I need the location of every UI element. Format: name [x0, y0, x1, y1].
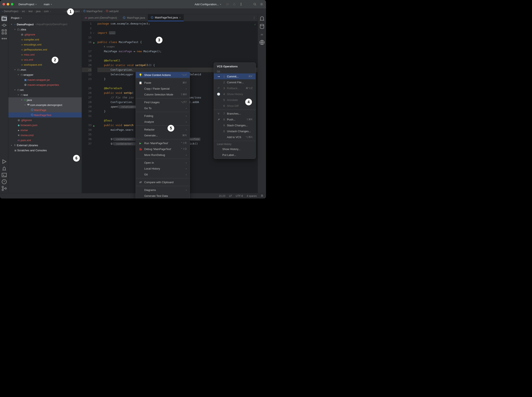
tree-file[interactable]: ⊘.gitignore: [8, 32, 82, 37]
breadcrumb-item[interactable]: test: [29, 10, 32, 13]
menu-more-run-debug[interactable]: More Run/Debug›: [136, 152, 190, 158]
menu-generate[interactable]: Generate...⌘N: [136, 132, 190, 138]
structure-tool-button[interactable]: [1, 29, 7, 35]
vcs-stash[interactable]: 9Stash Changes...: [214, 122, 256, 128]
project-selector[interactable]: DemoProject ▾: [17, 2, 38, 7]
search-icon[interactable]: [253, 2, 257, 6]
vcs-push[interactable]: ↗8Push...⇧⌘K: [214, 117, 256, 122]
file-encoding[interactable]: UTF-8: [236, 194, 243, 198]
vcs-branches[interactable]: ⑂7Branches...: [214, 111, 256, 117]
maximize-window[interactable]: [11, 3, 13, 6]
more-actions[interactable]: [239, 2, 243, 6]
bulb-icon: 💡: [139, 74, 142, 77]
database-icon[interactable]: [259, 24, 265, 29]
menu-diagrams[interactable]: Diagrams›: [136, 187, 190, 193]
tree-file[interactable]: ▣maven-wrapper.jar: [8, 77, 82, 82]
breadcrumb-item[interactable]: ▫DemoProject: [2, 10, 19, 13]
tree-package[interactable]: ▾◚com.example.demoproject: [8, 102, 82, 107]
tree-file[interactable]: ▸mvnw: [8, 128, 82, 133]
tree-folder[interactable]: ▾🗀test: [8, 92, 82, 97]
tree-folder[interactable]: ▾🗀src: [8, 87, 82, 92]
tree-file[interactable]: ‹›misc.xml: [8, 52, 82, 57]
editor-tab[interactable]: ⒸMainPageTest.java×: [148, 14, 184, 21]
debug-button[interactable]: [232, 2, 236, 6]
vcs-rollback[interactable]: ↶3Rollback...⌘⌥Z: [214, 85, 256, 91]
maven-icon[interactable]: m: [259, 31, 265, 37]
vcs-commit[interactable]: ⊸1Commit...⌘K: [214, 74, 256, 79]
build-tool-button[interactable]: [1, 165, 7, 171]
editor-tab[interactable]: ⒸMainPage.java: [120, 14, 148, 21]
tree-class[interactable]: ⒸMainPage: [8, 107, 82, 112]
tree-file[interactable]: ‹›workspace.xml: [8, 62, 82, 67]
menu-open-in[interactable]: Open In›: [136, 160, 190, 166]
line-separator[interactable]: LF: [229, 194, 232, 198]
menu-paste[interactable]: 📋Paste⌘V: [136, 80, 190, 86]
inspection-ok-icon[interactable]: ✓: [254, 22, 256, 27]
tree-file[interactable]: mpom.xml: [8, 138, 82, 143]
project-tool-button[interactable]: [1, 16, 7, 21]
menu-find-usages[interactable]: Find Usages⌥F7: [136, 99, 190, 105]
panel-header[interactable]: Project ▾: [8, 14, 82, 21]
close-tab-icon[interactable]: ×: [179, 16, 181, 19]
menu-debug[interactable]: 🐞Debug 'MainPageTest'⌃⇧D: [136, 146, 190, 152]
menu-compare-clipboard[interactable]: ⇄Compare with Clipboard: [136, 179, 190, 185]
vcs-add[interactable]: Add to VCS⌥⌘A: [214, 134, 256, 140]
menu-refactor[interactable]: Refactor›: [136, 127, 190, 132]
menu-local-history[interactable]: Local History›: [136, 166, 190, 171]
tree-file[interactable]: ‹›encodings.xml: [8, 42, 82, 47]
breadcrumb-item[interactable]: src: [22, 10, 25, 13]
menu-column-selection[interactable]: Column Selection Mode⇧⌘8: [136, 92, 190, 97]
run-button[interactable]: [226, 2, 230, 6]
tree-scratches[interactable]: ≣Scratches and Consoles: [8, 148, 82, 153]
tree-file[interactable]: ‹›vcs.xml: [8, 57, 82, 62]
tree-file[interactable]: ⊘.gitignore: [8, 118, 82, 123]
run-config-selector[interactable]: Add Configuration... ▾: [193, 2, 223, 7]
tree-file[interactable]: ‹›compiler.xml: [8, 37, 82, 42]
breadcrumb-item[interactable]: com: [44, 10, 49, 13]
run-tool-button[interactable]: [1, 159, 7, 165]
menu-git[interactable]: Git›: [136, 171, 190, 177]
settings-icon[interactable]: [260, 2, 263, 6]
menu-analyze[interactable]: Analyze›: [136, 119, 190, 125]
vcs-local-history[interactable]: Show History...: [214, 146, 256, 152]
menu-generate-test-data[interactable]: Generate Test Data: [136, 193, 190, 198]
readonly-lock-icon[interactable]: [261, 194, 263, 198]
tree-folder[interactable]: ▾🗀.mvn: [8, 67, 82, 72]
minimize-window[interactable]: [7, 3, 9, 6]
problems-tool-button[interactable]: [1, 179, 7, 185]
notifications-icon[interactable]: [259, 16, 265, 21]
more-tools-button[interactable]: [1, 36, 7, 42]
web-preview-icon[interactable]: [259, 39, 265, 45]
tree-class[interactable]: ⒸMainPageTest: [8, 112, 82, 118]
breadcrumb-item[interactable]: Ⓒ MainPageTest: [83, 9, 102, 13]
terminal-tool-button[interactable]: [1, 172, 7, 178]
tree-root[interactable]: ▾▫DemoProject~/AquaProjects/DemoProject: [8, 22, 82, 27]
close-window[interactable]: [2, 3, 5, 6]
menu-run[interactable]: ▶Run 'MainPageTest'⌃⇧R: [136, 140, 190, 146]
tree-folder[interactable]: ▾🗀wrapper: [8, 72, 82, 77]
menu-goto[interactable]: Go To›: [136, 105, 190, 111]
branch-selector[interactable]: main ▾: [41, 2, 54, 7]
tree-external-libs[interactable]: ▸⫴External Libraries: [8, 143, 82, 148]
menu-folding[interactable]: Folding›: [136, 113, 190, 119]
editor-tab[interactable]: mpom.xml (DemoProject): [82, 14, 120, 21]
caret-position[interactable]: 21:23: [219, 194, 225, 198]
tree-file[interactable]: ◆browsers.json: [8, 123, 82, 128]
tree-file[interactable]: ⚙maven-wrapper.properties: [8, 82, 82, 87]
vcs-put-label[interactable]: Put Label...: [214, 152, 256, 158]
vcs-commit-file[interactable]: 2Commit File...: [214, 79, 256, 85]
indent-setting[interactable]: 4 spaces: [247, 194, 257, 198]
breadcrumb-item[interactable]: ⓜ setUpAll: [106, 9, 119, 13]
menu-copy-paste-special[interactable]: Copy / Paste Special›: [136, 86, 190, 92]
vcs-show-history[interactable]: 🕓4Show History: [214, 91, 256, 97]
tree-file[interactable]: ‹›jarRepositories.xml: [8, 47, 82, 52]
vcs-tool-button[interactable]: [1, 186, 7, 191]
tabs-more-icon[interactable]: ⋮: [251, 14, 258, 21]
tree-folder[interactable]: ▾🗀java: [8, 97, 82, 102]
tree-file[interactable]: ≡mvnw.cmd: [8, 133, 82, 138]
breadcrumb-item[interactable]: java: [36, 10, 41, 13]
tree-folder[interactable]: ▾🗀.idea: [8, 27, 82, 32]
vcs-unstash[interactable]: 0Unstash Changes...: [214, 128, 256, 134]
commit-tool-button[interactable]: [1, 22, 7, 28]
menu-show-context-actions[interactable]: 💡Show Context Actions⌥⏎: [136, 72, 190, 78]
